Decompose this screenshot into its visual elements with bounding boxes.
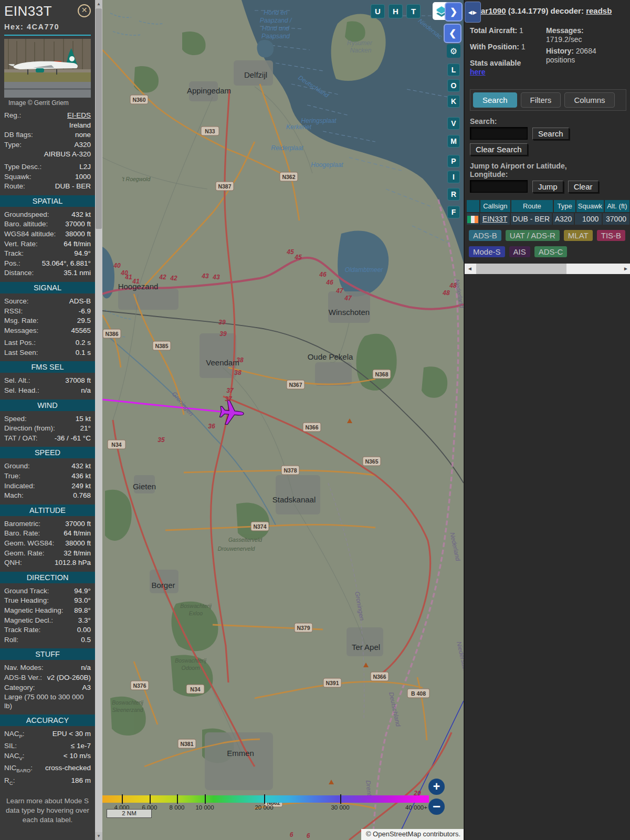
map-button-m[interactable]: M xyxy=(447,135,460,148)
filter-ads-c[interactable]: ADS-C xyxy=(534,246,568,257)
aircraft-photo[interactable] xyxy=(4,39,91,98)
tab-filters[interactable]: Filters xyxy=(521,92,561,108)
filter-mode-s[interactable]: Mode-S xyxy=(469,246,505,257)
tab-search[interactable]: Search xyxy=(473,92,517,108)
urban-areas xyxy=(118,60,383,790)
road-shield: N34 xyxy=(108,440,125,449)
sidebar-scrollbar[interactable]: ▲ ▼ xyxy=(95,0,102,840)
row-callsign[interactable]: EIN33T xyxy=(480,213,509,225)
map-label: Paapsand xyxy=(261,33,290,40)
clear-search-button[interactable]: Clear Search xyxy=(470,143,528,155)
road-shield: N374 xyxy=(251,522,269,531)
info-value: 432 kt xyxy=(71,210,91,220)
info-value: 64 ft/min xyxy=(64,239,91,249)
registration-link[interactable]: EI-EDS xyxy=(67,111,91,121)
info-row: Sel. Head.:n/a xyxy=(4,386,91,396)
scroll-right-icon[interactable]: ► xyxy=(623,264,628,274)
info-row: Direction (from):21° xyxy=(4,424,91,434)
column-header[interactable]: Type xyxy=(554,200,575,212)
filter-mlat[interactable]: MLAT xyxy=(564,230,593,241)
column-header[interactable]: Route xyxy=(511,200,553,212)
map-label: Reiderplaat xyxy=(271,144,303,152)
legend-end-label: 40 000+ xyxy=(405,804,427,811)
map-attribution[interactable]: © OpenStreetMap contributors. xyxy=(361,829,464,840)
legend-tick xyxy=(150,794,151,804)
collapse-panel-button[interactable]: ◀▶ xyxy=(465,2,481,23)
svg-text:N387: N387 xyxy=(218,183,231,190)
map-button-l[interactable]: L xyxy=(447,64,460,76)
scroll-down-icon[interactable]: ▼ xyxy=(95,832,102,840)
map-label: Rysumer xyxy=(347,39,373,47)
map-button-h[interactable]: H xyxy=(388,4,403,18)
map-label: Groningen xyxy=(353,591,366,621)
map-button-v[interactable]: V xyxy=(447,117,460,130)
info-row: Track:94.9° xyxy=(4,249,91,259)
map-button-o[interactable]: O xyxy=(447,79,460,92)
info-value: 186 m xyxy=(71,776,91,788)
map-button-r[interactable]: R xyxy=(447,188,460,201)
settings-gear-icon[interactable]: ⚙ xyxy=(447,44,460,58)
table-horizontal-scrollbar[interactable]: ◄ ► xyxy=(465,264,630,274)
info-row: Groundspeed:432 kt xyxy=(4,210,91,220)
aircraft-trail xyxy=(102,400,231,413)
jump-input[interactable] xyxy=(470,180,528,193)
map-button-k[interactable]: K xyxy=(447,95,460,108)
close-icon[interactable]: ✕ xyxy=(78,4,91,17)
prev-aircraft-button[interactable]: ❮ xyxy=(444,24,461,43)
search-input[interactable] xyxy=(470,127,528,140)
scroll-up-icon[interactable]: ▲ xyxy=(95,0,102,8)
filter-uat / ads-r[interactable]: UAT / ADS-R xyxy=(506,230,560,241)
filter-ais[interactable]: AIS xyxy=(509,246,530,257)
column-header[interactable]: Alt. (ft) xyxy=(605,200,629,212)
map-label: Kerkeriet xyxy=(286,123,312,131)
column-header[interactable] xyxy=(467,200,479,212)
filter-tis-b[interactable]: TIS-B xyxy=(597,230,625,241)
scrollbar-thumb[interactable] xyxy=(476,264,566,274)
road-shield: N385 xyxy=(153,341,171,350)
column-header[interactable]: Callsign xyxy=(480,200,510,212)
scrollbar-thumb[interactable] xyxy=(96,8,102,229)
map-button-p[interactable]: P xyxy=(447,155,460,167)
app-name-link[interactable]: tar1090 xyxy=(478,6,506,15)
decoder-link[interactable]: readsb xyxy=(586,6,612,15)
info-value: < 10 m/s xyxy=(64,751,91,763)
filter-ads-b[interactable]: ADS-B xyxy=(469,230,501,241)
jump-clear-button[interactable]: Clear xyxy=(568,181,598,193)
map-label: 39 xyxy=(219,330,227,338)
info-row: Barometric:37000 ft xyxy=(4,519,91,529)
map-label: Veendam xyxy=(206,358,239,367)
next-aircraft-button[interactable]: ❯ xyxy=(445,2,463,22)
info-row: Ground Track:94.9° xyxy=(4,586,91,596)
tab-columns[interactable]: Columns xyxy=(564,92,614,108)
stats-here-link[interactable]: here xyxy=(470,68,486,76)
road-shield: N366 xyxy=(303,423,321,432)
info-value: 93.0° xyxy=(74,596,91,606)
map-label: 48 xyxy=(442,289,450,297)
aircraft-info-panel: EIN33T ✕ Hex: 4CA770 xyxy=(0,0,102,840)
info-value: 94.9° xyxy=(74,249,91,259)
info-row: Magnetic Decl.:3.3° xyxy=(4,616,91,626)
info-row: Indicated:249 kt xyxy=(4,481,91,491)
scroll-left-icon[interactable]: ◄ xyxy=(467,264,472,274)
search-button[interactable]: Search xyxy=(532,128,569,140)
row-squawk: 1000 xyxy=(575,213,602,225)
road-shield: N379 xyxy=(295,623,312,632)
table-row[interactable]: EIN33T DUB - BER A320 1000 37000 xyxy=(467,212,630,225)
source-filter-row: ADS-BUAT / ADS-RMLATTIS-B xyxy=(469,230,630,241)
jump-button[interactable]: Jump xyxy=(532,181,563,193)
info-row: NICBARO:cross-checked xyxy=(4,763,91,775)
section-header: WIND xyxy=(0,400,95,411)
map-button-f[interactable]: F xyxy=(447,206,460,218)
zoom-in-button[interactable]: + xyxy=(428,779,445,795)
info-value: none xyxy=(75,130,91,140)
map[interactable]: Hond enPaapzand /Hund undPaapsandRysumer… xyxy=(102,0,464,840)
map-button-u[interactable]: U xyxy=(371,4,385,18)
map-button-i[interactable]: I xyxy=(447,171,460,183)
svg-text:N34: N34 xyxy=(190,686,200,692)
map-label: 46 xyxy=(326,279,333,286)
column-header[interactable]: Squawk xyxy=(576,200,603,212)
road-shield: N366 xyxy=(371,672,388,681)
info-row: Route:DUB - BER xyxy=(4,182,91,192)
map-button-t[interactable]: T xyxy=(406,4,421,18)
zoom-out-button[interactable]: − xyxy=(428,799,445,815)
